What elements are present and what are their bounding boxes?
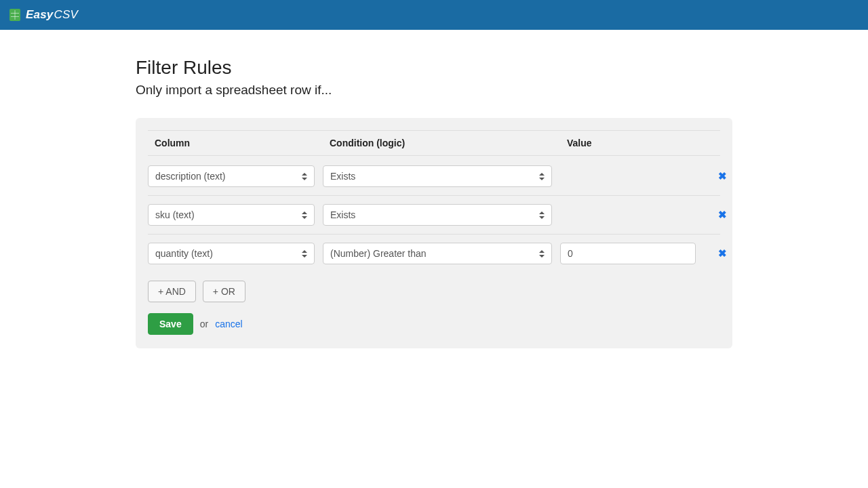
column-select[interactable]: description (text) <box>148 165 315 187</box>
column-select-value: quantity (text) <box>155 248 213 259</box>
page-title: Filter Rules <box>136 57 732 79</box>
brand-text: EasyCSV <box>26 8 78 22</box>
brand-logo[interactable]: EasyCSV <box>9 8 78 22</box>
rule-row: quantity (text) (Number) Greater than ✖ <box>148 243 720 272</box>
value-input[interactable] <box>560 243 696 264</box>
condition-select[interactable]: Exists <box>323 204 552 226</box>
chevron-updown-icon <box>300 171 309 181</box>
column-select[interactable]: sku (text) <box>148 204 315 226</box>
header-column: Column <box>148 138 315 148</box>
page: Filter Rules Only import a spreadsheet r… <box>136 30 732 348</box>
close-icon: ✖ <box>718 247 727 259</box>
brand-bold: Easy <box>26 8 54 21</box>
header-condition: Condition (logic) <box>323 138 552 148</box>
page-subtitle: Only import a spreadsheet row if... <box>136 83 732 98</box>
column-select[interactable]: quantity (text) <box>148 243 315 264</box>
add-rule-buttons: + AND + OR <box>148 281 720 302</box>
rule-row: description (text) Exists ✖ <box>148 165 720 196</box>
spreadsheet-icon <box>9 9 20 21</box>
remove-rule-button[interactable]: ✖ <box>704 247 731 260</box>
close-icon: ✖ <box>718 209 727 220</box>
condition-select-value: Exists <box>330 171 355 182</box>
condition-select[interactable]: (Number) Greater than <box>323 243 552 264</box>
remove-rule-button[interactable]: ✖ <box>704 170 731 182</box>
chevron-updown-icon <box>538 210 546 220</box>
remove-rule-button[interactable]: ✖ <box>704 209 731 221</box>
chevron-updown-icon <box>300 210 309 220</box>
cancel-link[interactable]: cancel <box>215 319 242 329</box>
chevron-updown-icon <box>538 171 546 181</box>
condition-select[interactable]: Exists <box>323 165 552 187</box>
condition-select-value: (Number) Greater than <box>330 248 427 259</box>
column-select-value: sku (text) <box>155 209 195 220</box>
close-icon: ✖ <box>718 170 727 182</box>
topbar: EasyCSV <box>0 0 868 30</box>
rule-row: sku (text) Exists ✖ <box>148 204 720 235</box>
chevron-updown-icon <box>538 249 546 258</box>
save-button[interactable]: Save <box>148 313 193 335</box>
or-text: or <box>200 319 208 329</box>
table-header: Column Condition (logic) Value <box>148 130 720 156</box>
save-row: Save or cancel <box>148 313 720 335</box>
add-or-button[interactable]: + OR <box>203 281 245 302</box>
chevron-updown-icon <box>300 249 309 258</box>
rules-card: Column Condition (logic) Value descripti… <box>136 118 732 348</box>
condition-select-value: Exists <box>330 209 355 220</box>
add-and-button[interactable]: + AND <box>148 281 196 302</box>
header-value: Value <box>560 138 696 148</box>
column-select-value: description (text) <box>155 171 225 182</box>
brand-light: CSV <box>54 8 79 21</box>
